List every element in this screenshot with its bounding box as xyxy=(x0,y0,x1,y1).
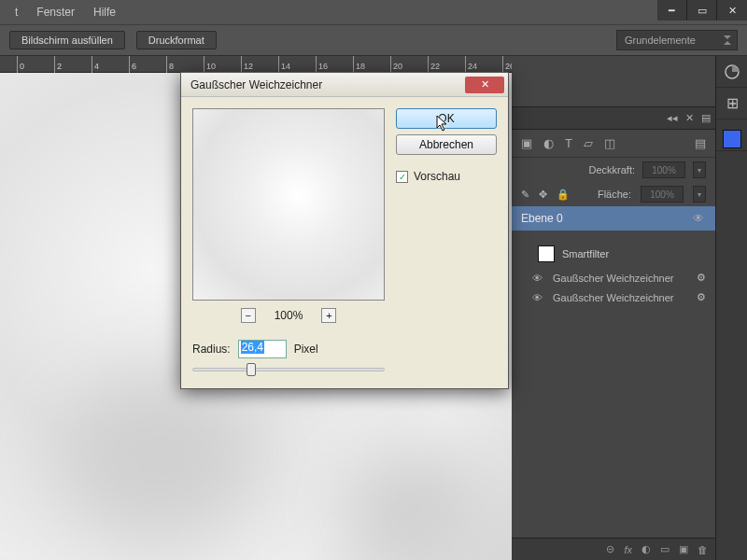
opacity-dropdown[interactable] xyxy=(693,161,706,178)
radius-row: Radius: 26,4 Pixel xyxy=(192,340,385,358)
ruler-tick: 14 xyxy=(281,62,290,71)
fx-icon[interactable]: fx xyxy=(624,544,632,555)
radius-input[interactable]: 26,4 xyxy=(238,340,287,358)
layers-panel: ◂◂ ✕ ▤ ▣ ◐ T ▱ ◫ ▤ Deckkraft: 100% ✎ ✥ 🔒… xyxy=(512,106,715,560)
layer-filter-row: ▣ ◐ T ▱ ◫ ▤ xyxy=(512,130,715,158)
ruler-tick: 16 xyxy=(318,62,328,71)
filter-adjust-icon[interactable]: ◐ xyxy=(543,136,554,150)
window-controls: ━ ▭ ✕ xyxy=(657,0,747,21)
lock-row: ✎ ✥ 🔒 Fläche: 100% xyxy=(512,182,715,206)
ruler-tick: 12 xyxy=(244,62,253,71)
filter-mask-thumb[interactable] xyxy=(538,245,555,262)
visibility-icon[interactable]: 👁 xyxy=(532,292,545,303)
cancel-button[interactable]: Abbrechen xyxy=(396,134,497,155)
maximize-button[interactable]: ▭ xyxy=(687,0,717,21)
gaussian-blur-dialog: Gaußscher Weichzeichner ✕ − 100% + Radiu… xyxy=(180,72,509,389)
panel-close-icon[interactable]: ✕ xyxy=(685,112,694,124)
visibility-icon[interactable]: 👁 xyxy=(532,273,545,284)
panel-tab-bar: ◂◂ ✕ ▤ xyxy=(512,107,715,130)
menu-bar: t Fenster Hilfe xyxy=(0,0,747,24)
zoom-out-button[interactable]: − xyxy=(241,308,256,323)
zoom-in-button[interactable]: + xyxy=(321,308,336,323)
filter-entry-2[interactable]: 👁 Gaußscher Weichzeichner ⚙ xyxy=(512,287,715,307)
opacity-row: Deckkraft: 100% xyxy=(512,158,715,182)
filter-options-icon[interactable]: ⚙ xyxy=(697,272,706,284)
ruler-tick: 18 xyxy=(356,62,365,71)
collapsed-panel-dock: ⊞ xyxy=(715,56,747,560)
ruler-tick: 20 xyxy=(393,62,402,71)
preview-checkbox[interactable]: ✓ xyxy=(396,171,408,183)
lock-all-icon[interactable]: 🔒 xyxy=(557,189,570,201)
ruler-tick: 8 xyxy=(169,62,174,71)
close-button[interactable]: ✕ xyxy=(717,0,747,21)
layer-name: Ebene 0 xyxy=(521,212,563,225)
zoom-value: 100% xyxy=(275,309,303,322)
fill-label: Fläche: xyxy=(598,189,631,200)
dialog-titlebar[interactable]: Gaußscher Weichzeichner ✕ xyxy=(181,73,508,97)
link-layers-icon[interactable]: ⊝ xyxy=(606,543,614,555)
panel-collapse-icon[interactable]: ◂◂ xyxy=(667,112,678,124)
filter-shape-icon[interactable]: ▱ xyxy=(584,136,593,150)
opacity-value[interactable]: 100% xyxy=(642,161,685,178)
radius-slider[interactable] xyxy=(192,368,385,371)
filter-name: Gaußscher Weichzeichner xyxy=(553,273,673,284)
visibility-icon[interactable]: 👁 xyxy=(693,212,706,225)
ruler-tick: 24 xyxy=(468,62,477,71)
options-bar: Bildschirm ausfüllen Druckformat Grundel… xyxy=(0,24,747,56)
print-format-button[interactable]: Druckformat xyxy=(136,31,217,49)
color-panel-icon[interactable] xyxy=(716,56,747,88)
filter-entry-1[interactable]: 👁 Gaußscher Weichzeichner ⚙ xyxy=(512,268,715,287)
panel-menu-icon[interactable]: ▤ xyxy=(701,112,710,124)
fill-screen-button[interactable]: Bildschirm ausfüllen xyxy=(9,31,125,49)
radius-unit: Pixel xyxy=(294,343,318,356)
preview-checkbox-row[interactable]: ✓ Vorschau xyxy=(396,170,497,183)
ruler-tick: 6 xyxy=(132,62,136,71)
mask-icon[interactable]: ◐ xyxy=(641,543,651,555)
right-panel-column: ⊞ ◂◂ ✕ ▤ ▣ ◐ T ▱ ◫ ▤ Deckkraft: 100% ✎ ✥… xyxy=(512,56,747,560)
filter-image-icon[interactable]: ▣ xyxy=(521,136,532,150)
workspace-preset-dropdown[interactable]: Grundelemente xyxy=(616,30,738,50)
dialog-close-button[interactable]: ✕ xyxy=(465,77,504,93)
tool-presets-icon[interactable]: ⊞ xyxy=(716,88,747,119)
fill-dropdown[interactable] xyxy=(693,186,706,203)
menu-item-fenster[interactable]: Fenster xyxy=(27,6,84,19)
layer-row-active[interactable]: Ebene 0 👁 xyxy=(512,206,715,231)
filter-type-icon[interactable]: T xyxy=(565,136,572,150)
radius-label: Radius: xyxy=(192,343,231,356)
layers-panel-footer: ⊝ fx ◐ ▭ ▣ 🗑 xyxy=(512,538,715,560)
smartfilter-row[interactable]: Smartfilter xyxy=(512,240,715,268)
ruler-tick: 0 xyxy=(20,62,24,71)
ruler-tick: 4 xyxy=(94,62,99,71)
minimize-button[interactable]: ━ xyxy=(657,0,687,21)
filter-smart-icon[interactable]: ◫ xyxy=(604,136,615,150)
lock-brush-icon[interactable]: ✎ xyxy=(521,189,529,201)
opacity-label: Deckkraft: xyxy=(588,164,635,175)
ruler-tick: 10 xyxy=(206,62,216,71)
ruler-tick: 22 xyxy=(430,62,440,71)
lock-move-icon[interactable]: ✥ xyxy=(539,189,547,201)
swatch-icon[interactable] xyxy=(716,119,747,151)
slider-thumb[interactable] xyxy=(247,363,256,376)
panel-menu-icon-2[interactable]: ▤ xyxy=(695,136,706,150)
dialog-title: Gaußscher Weichzeichner xyxy=(190,78,322,91)
trash-icon[interactable]: 🗑 xyxy=(698,544,708,555)
ok-button[interactable]: OK xyxy=(396,108,497,129)
new-group-icon[interactable]: ▭ xyxy=(660,543,669,555)
filter-name: Gaußscher Weichzeichner xyxy=(553,292,673,303)
menu-item-truncated[interactable]: t xyxy=(6,6,27,19)
preview-checkbox-label: Vorschau xyxy=(414,170,460,183)
ruler-tick: 2 xyxy=(57,62,62,71)
fill-value[interactable]: 100% xyxy=(641,186,684,203)
filter-options-icon[interactable]: ⚙ xyxy=(697,291,706,303)
smartfilter-label: Smartfilter xyxy=(562,248,609,259)
zoom-controls: − 100% + xyxy=(192,308,385,323)
filter-preview[interactable] xyxy=(192,108,385,301)
new-layer-icon[interactable]: ▣ xyxy=(679,543,688,555)
menu-item-hilfe[interactable]: Hilfe xyxy=(84,6,125,19)
